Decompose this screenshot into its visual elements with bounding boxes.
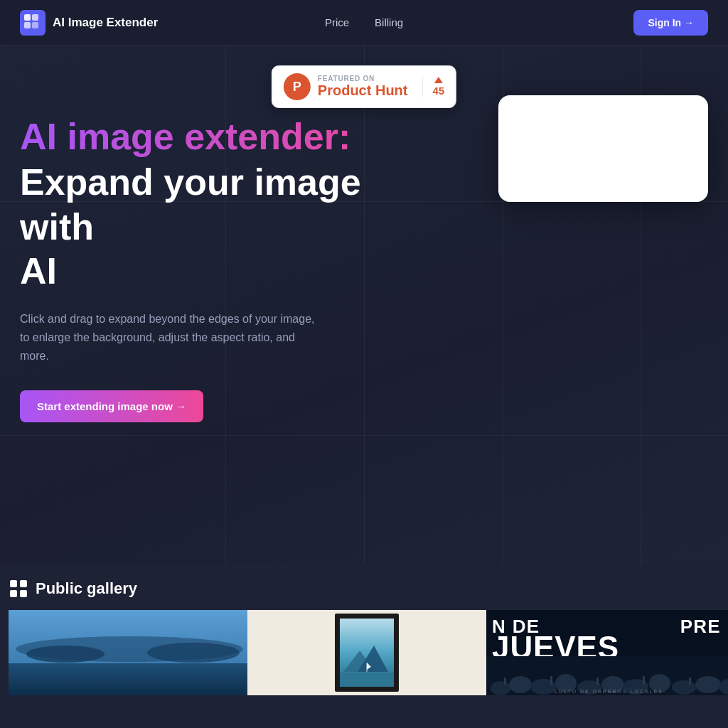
svg-point-12 [26,646,105,663]
hero-title-line1: Expand your image with [20,161,361,247]
jueves-text-pre: PRE [680,616,721,638]
logo: AI Image Extender [20,10,158,36]
gallery-title: Public gallery [36,579,137,598]
cta-button[interactable]: Start extending image now → [20,390,203,422]
logo-icon [20,10,46,36]
svg-rect-4 [32,22,38,28]
frame-outer [335,614,399,692]
svg-rect-8 [20,590,27,597]
svg-point-30 [695,676,721,693]
nav-links: Price Billing [325,16,403,28]
ph-featured-label: FEATURED ON [318,75,408,82]
signin-button[interactable]: Sign In → [633,10,708,36]
hero-title-line2: AI [20,250,57,291]
svg-rect-33 [550,676,552,685]
svg-text:CULTO DE OBREROS LOCALES: CULTO DE OBREROS LOCALES [554,689,663,694]
hero-left: AI image extender: Expand your image wit… [20,102,404,422]
svg-rect-36 [689,678,691,685]
gallery-item-jueves[interactable]: N DE JUEVES PRE [486,610,728,695]
gallery-item-landscape[interactable] [9,610,247,695]
hero-right [498,95,708,202]
hero-description: Click and drag to expand beyond the edge… [20,310,326,365]
svg-rect-6 [20,580,27,587]
svg-rect-5 [10,580,17,587]
svg-rect-1 [24,14,31,21]
product-hunt-icon: P [284,73,311,100]
svg-rect-32 [504,678,506,685]
hero-section: P FEATURED ON Product Hunt 45 AI image e… [0,46,728,564]
nav-link-price[interactable]: Price [325,16,349,28]
gallery-header: Public gallery [9,579,728,599]
nav-link-billing[interactable]: Billing [375,16,403,28]
hero-title-white: Expand your image with AI [20,160,404,293]
svg-point-13 [147,643,240,663]
svg-rect-35 [643,676,645,685]
svg-point-22 [509,676,532,693]
svg-point-29 [672,680,696,695]
gallery-icon [9,579,28,599]
ph-name: Product Hunt [318,82,408,99]
ph-vote-arrow [434,77,443,83]
ph-vote-count: 45 [432,85,444,97]
svg-rect-3 [24,22,31,28]
image-preview-card [498,95,708,202]
svg-rect-10 [9,663,247,695]
ph-vote: 45 [422,77,444,97]
svg-point-21 [491,681,510,695]
gallery-grid: N DE JUEVES PRE [9,610,728,695]
svg-rect-2 [32,14,38,21]
svg-rect-7 [10,590,17,597]
svg-rect-17 [340,673,394,687]
hero-title-colored: AI image extender: [20,117,404,157]
product-hunt-text: FEATURED ON Product Hunt [318,75,408,99]
navbar: AI Image Extender Price Billing Sign In … [0,0,728,46]
svg-rect-34 [596,678,599,685]
logo-text: AI Image Extender [53,16,158,30]
gallery-item-framed[interactable] [247,610,486,695]
product-hunt-badge[interactable]: P FEATURED ON Product Hunt 45 [272,65,456,108]
gallery-section: Public gallery [0,564,728,695]
